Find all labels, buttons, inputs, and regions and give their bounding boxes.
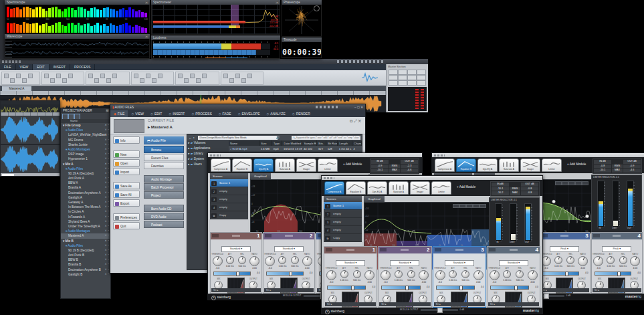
menu-item-batch-processor[interactable]: Batch Processor	[144, 183, 184, 191]
ribbon-button[interactable]	[10, 78, 15, 83]
ribbon-button[interactable]	[202, 74, 207, 78]
module-tab-equalizer-b[interactable]: Equalizer B	[232, 159, 252, 172]
master-button[interactable]	[407, 75, 417, 80]
pm-item-icons[interactable]: ✕ ◔	[104, 128, 109, 132]
sidechain-bar[interactable]: SC ▸	[540, 288, 589, 292]
ribbon-button[interactable]	[190, 74, 195, 78]
pm-titlebar[interactable]: PROJECTMANAGER ⚙	[61, 108, 110, 113]
toolbar-icons[interactable]	[337, 60, 385, 63]
pm-tree-item[interactable]: Brasilia B✕ ◔	[61, 262, 110, 267]
column-header-bits[interactable]: Bits	[317, 140, 326, 146]
ribbon-tab-insert[interactable]: INSERT	[49, 64, 70, 70]
graph-tool-button[interactable]	[453, 204, 459, 208]
scene-row-4[interactable]: 4empty	[210, 203, 248, 211]
knob-control[interactable]	[435, 270, 445, 280]
band-header[interactable]: 2	[379, 247, 431, 253]
pm-item-icons[interactable]: ✕ ◔	[104, 205, 109, 209]
range-slider[interactable]	[542, 272, 579, 276]
slider-thumb[interactable]	[617, 272, 621, 276]
knob-control[interactable]	[473, 270, 484, 280]
range-slider[interactable]	[213, 272, 251, 276]
pm-tree-item[interactable]: MG Drums✕ ◔	[61, 138, 110, 142]
master-button[interactable]	[407, 70, 417, 75]
pm-tree-item[interactable]: DSP Image✕ ◔	[61, 152, 110, 156]
module-tab-compressor-a[interactable]: Compressor A	[211, 159, 231, 172]
pm-tree-item[interactable]: ▾ Mix A✕ ◔	[61, 162, 110, 167]
search-field[interactable]: 🔍 Supported file types (*.wav *.w64 *.ai…	[292, 136, 360, 140]
slider-thumb[interactable]	[437, 308, 443, 313]
ribbon-tab-process[interactable]: PROCESS	[70, 64, 95, 70]
add-module-button[interactable]: + Add Module	[567, 163, 586, 166]
module-tab-saturator-a[interactable]: Saturator A	[275, 159, 295, 172]
graph-tool-button[interactable]	[562, 181, 568, 185]
pm-tree-item[interactable]: ▾ Audio Files✕ ◔	[61, 128, 110, 132]
knob-control[interactable]	[607, 256, 615, 264]
module-tab-limiter[interactable]: Limiter	[431, 181, 451, 195]
pm-item-icons[interactable]: ✕ ◔	[104, 233, 109, 238]
module-tab-imager[interactable]: Imager	[296, 159, 316, 172]
menu-item-burn-audio-cd[interactable]: Burn Audio CD	[144, 205, 184, 212]
knob-control[interactable]	[340, 270, 348, 278]
pm-item-icons[interactable]: ✕ ◔	[104, 142, 109, 147]
graph-tool-button[interactable]	[568, 181, 575, 185]
pm-item-icons[interactable]: ✕ ◔	[104, 224, 109, 229]
slider-thumb[interactable]	[565, 272, 568, 276]
pm-tree-item[interactable]: In Between The Mess A✕ ◔	[61, 205, 110, 209]
master-button[interactable]	[417, 75, 426, 80]
file-tab[interactable]: Mastered A	[2, 86, 31, 91]
column-header-date-modified[interactable]: Date Modified	[282, 140, 302, 146]
band-strip-3[interactable]: 3STEREOStandard ▾THRESHOLD-6.0ATT1.00 ms…	[433, 246, 486, 308]
pm-tree-item[interactable]: Shyland Bees A✕ ◔	[61, 219, 110, 224]
pm-item-icons[interactable]: ✕ ◔	[104, 185, 109, 190]
overview-waveform[interactable]	[1, 104, 60, 112]
panel-icons[interactable]: ⧉ ⤢ ✕	[350, 119, 361, 124]
module-tab-equalizer-b[interactable]: Equalizer B	[346, 181, 366, 195]
knob-control[interactable]	[516, 270, 524, 278]
sidechain-bar[interactable]: SC ▸	[434, 302, 485, 306]
knob-control[interactable]	[490, 270, 500, 280]
titlebar-tools[interactable]	[316, 106, 338, 108]
band-strip-1[interactable]: 1MIDSIDEStandard ▾THRESHOLD-6.0ATT1.00 m…	[324, 246, 377, 308]
band-preset-dropdown[interactable]: Standard ▾	[390, 260, 419, 266]
audio-tab-analyze[interactable]: ◇ANALYZE	[263, 110, 288, 117]
master-button[interactable]	[407, 80, 417, 86]
master-button[interactable]	[398, 70, 407, 75]
wavescope-titlebar[interactable]: Wavescope×	[5, 34, 150, 39]
titlebar-icons[interactable]	[2, 60, 22, 63]
band-header[interactable]: 3	[433, 247, 486, 253]
master-button[interactable]	[389, 75, 398, 80]
knob-control[interactable]	[407, 270, 415, 278]
slider-thumb[interactable]	[459, 286, 463, 290]
audio-tab-edit[interactable]: ◇EDIT	[147, 110, 165, 117]
band-grip[interactable]	[613, 235, 621, 237]
knob-control[interactable]	[578, 256, 588, 266]
pm-item-icons[interactable]: ✕ ◔	[104, 229, 109, 233]
ribbon-button[interactable]	[229, 78, 234, 83]
ribbon-button[interactable]	[22, 78, 27, 83]
pm-item-icons[interactable]: ✕ ◔	[104, 200, 109, 205]
band-grip[interactable]	[285, 235, 293, 237]
band-grip[interactable]	[401, 249, 409, 251]
column-header-name[interactable]: Name	[229, 140, 259, 146]
graph-tool-button[interactable]	[473, 204, 479, 208]
knob-control[interactable]	[619, 256, 627, 264]
sidechain-bar[interactable]: SC ▸	[488, 302, 539, 306]
pm-item-icons[interactable]: ✕ ◔	[104, 138, 109, 142]
pm-item-icons[interactable]: ✕ ◔	[104, 191, 109, 195]
audio-tab-render[interactable]: ◇RENDER	[289, 110, 314, 117]
pm-tree-item[interactable]: Anti Punk B✕ ◔	[61, 253, 110, 257]
column-header-channels[interactable]: Channels	[352, 140, 362, 146]
scene-row-4[interactable]: 4empty	[324, 226, 362, 234]
band-header[interactable]: 1	[211, 233, 261, 239]
column-header-size[interactable]: Size	[259, 140, 272, 146]
ribbon-button[interactable]	[68, 74, 73, 78]
knob-control[interactable]	[503, 270, 511, 278]
add-module-button[interactable]: + Add Module	[457, 185, 475, 189]
column-header-type[interactable]: Type	[272, 140, 282, 146]
ribbon-tab-view[interactable]: VIEW	[16, 64, 33, 70]
scenes-tab[interactable]: Scenes	[324, 196, 362, 202]
window-buttons[interactable]: – ▢ ✕	[354, 106, 363, 109]
band-strip-4[interactable]: 4MIDSIDEPeak ▾THRESHOLD-6.0ATT1.00 msREL…	[591, 232, 643, 294]
sidechain-bar[interactable]: SC ▸	[264, 288, 314, 292]
ribbon-button[interactable]	[223, 74, 228, 78]
